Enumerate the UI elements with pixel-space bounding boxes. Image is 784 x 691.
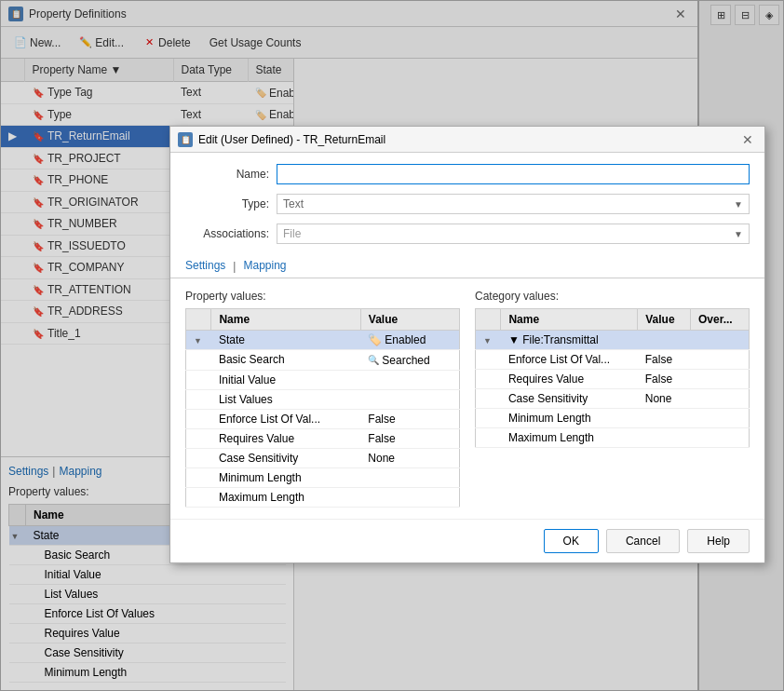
category-values-section: Category values: Name Value Over... ▼ ▼: [475, 290, 750, 508]
expand-icon: ▼: [508, 333, 522, 346]
th-expand-cat: [476, 309, 501, 331]
type-label: Type:: [185, 197, 269, 210]
th-cat-name: Name: [501, 309, 638, 331]
list-item[interactable]: Maximum Length: [476, 428, 750, 448]
ok-button[interactable]: OK: [544, 529, 599, 553]
th-expand: [186, 309, 211, 331]
edit-dialog: 📋 Edit (User Defined) - TR_ReturnEmail ✕…: [169, 126, 765, 563]
assoc-row: Associations: File ▼: [185, 224, 750, 244]
modal-app-icon: 📋: [178, 132, 193, 147]
type-row: Type: Text ▼: [185, 194, 750, 214]
th-cat-value: Value: [638, 309, 691, 331]
prop-values-table-modal: Name Value ▼ State 🏷️ Enabled: [185, 308, 460, 508]
list-item[interactable]: List Values: [186, 389, 460, 409]
name-input[interactable]: [277, 164, 750, 184]
list-item[interactable]: ▼ ▼ File:Transmittal: [476, 331, 750, 350]
type-value: Text: [283, 197, 304, 210]
property-values-section: Property values: Name Value ▼ State: [185, 290, 460, 508]
th-value: Value: [360, 309, 459, 331]
th-cat-over: Over...: [690, 309, 749, 331]
list-item[interactable]: Minimum Length: [476, 409, 750, 428]
modal-title: Edit (User Defined) - TR_ReturnEmail: [198, 133, 385, 146]
modal-title-left: 📋 Edit (User Defined) - TR_ReturnEmail: [178, 132, 385, 147]
name-label: Name:: [185, 168, 269, 181]
type-select[interactable]: Text ▼: [277, 194, 750, 214]
modal-close-button[interactable]: ✕: [738, 130, 757, 149]
list-item[interactable]: ▼ State 🏷️ Enabled: [186, 331, 460, 350]
prop-values-section-label: Property values:: [185, 290, 460, 303]
modal-tabs: Settings | Mapping: [170, 255, 764, 278]
settings-content: Property values: Name Value ▼ State: [170, 278, 764, 519]
list-item[interactable]: Requires Value False: [186, 428, 460, 448]
enabled-badge: 🏷️ Enabled: [368, 333, 426, 346]
assoc-value: File: [283, 227, 301, 240]
list-item[interactable]: Initial Value: [186, 370, 460, 389]
modal-title-bar: 📋 Edit (User Defined) - TR_ReturnEmail ✕: [170, 127, 764, 153]
type-dropdown-arrow: ▼: [734, 199, 743, 210]
assoc-dropdown-arrow: ▼: [734, 229, 743, 239]
assoc-label: Associations:: [185, 227, 269, 240]
tab-mapping[interactable]: Mapping: [243, 255, 286, 278]
list-item[interactable]: Enforce List Of Val... False: [476, 350, 750, 370]
list-item[interactable]: Case Sensitivity None: [476, 389, 750, 409]
cancel-button[interactable]: Cancel: [606, 529, 680, 553]
tab-settings[interactable]: Settings: [185, 255, 225, 278]
th-name: Name: [211, 309, 360, 331]
search-icon: 🔍: [368, 355, 379, 365]
tag-icon: 🏷️: [368, 333, 382, 346]
help-button[interactable]: Help: [687, 529, 750, 553]
searched-badge: 🔍 Searched: [368, 354, 429, 367]
list-item[interactable]: Enforce List Of Val... False: [186, 409, 460, 428]
name-row: Name:: [185, 164, 750, 184]
assoc-select[interactable]: File ▼: [277, 224, 750, 244]
modal-footer: OK Cancel Help: [170, 519, 764, 562]
list-item[interactable]: Minimum Length: [186, 467, 460, 487]
modal-form: Name: Type: Text ▼ Associations: File ▼: [170, 153, 764, 255]
list-item[interactable]: Requires Value False: [476, 370, 750, 389]
cat-values-table: Name Value Over... ▼ ▼ File:Transmittal: [475, 308, 750, 448]
cat-values-section-label: Category values:: [475, 290, 750, 303]
list-item[interactable]: Basic Search 🔍 Searched: [186, 350, 460, 371]
list-item[interactable]: Case Sensitivity None: [186, 448, 460, 467]
list-item[interactable]: Maximum Length: [186, 487, 460, 507]
